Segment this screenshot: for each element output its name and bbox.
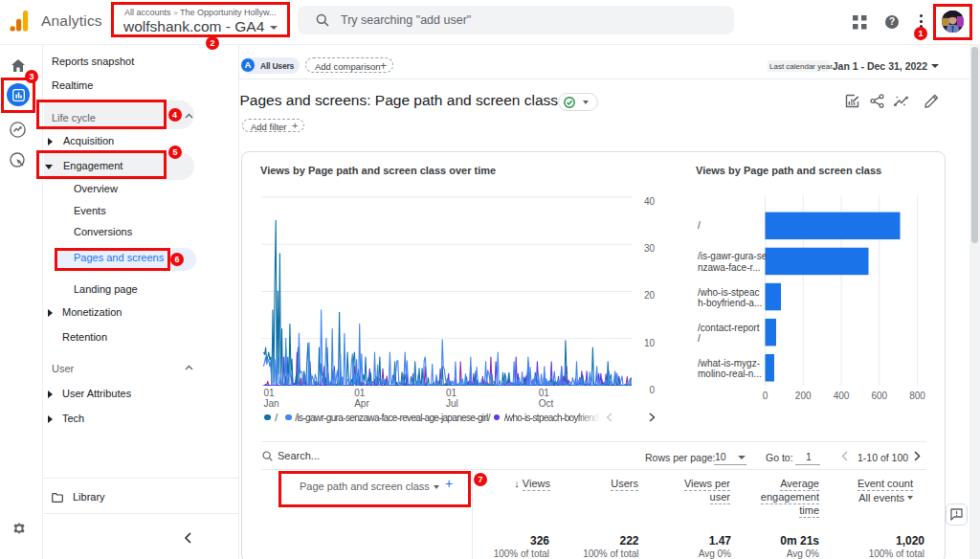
svg-text:/: / xyxy=(698,333,701,344)
svg-text:/contact-report: /contact-report xyxy=(698,323,760,333)
svg-text:400: 400 xyxy=(834,391,850,401)
svg-text:molino-real-n...: molino-real-n... xyxy=(698,369,762,379)
svg-text:/who-is-stpeac: /who-is-stpeac xyxy=(698,287,759,298)
svg-text:0: 0 xyxy=(763,391,768,401)
svg-text:/: / xyxy=(698,220,701,231)
svg-text:/is-gawr-gura-se: /is-gawr-gura-se xyxy=(698,251,768,261)
svg-text:600: 600 xyxy=(871,391,887,401)
svg-text:nzawa-face-r...: nzawa-face-r... xyxy=(698,262,761,273)
svg-text:800: 800 xyxy=(909,391,925,401)
svg-text:200: 200 xyxy=(795,391,812,401)
svg-text:/what-is-mygz-: /what-is-mygz- xyxy=(698,358,760,369)
svg-text:h-boyfriend-a...: h-boyfriend-a... xyxy=(698,298,762,308)
